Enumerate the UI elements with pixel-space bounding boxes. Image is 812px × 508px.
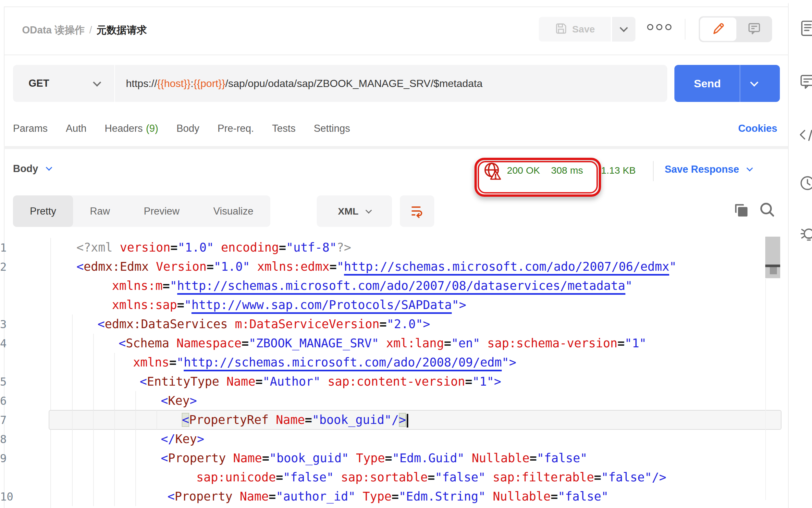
more-dot [647, 24, 653, 30]
indent-guide [72, 468, 73, 487]
url-input[interactable]: https://{{host}}:{{port}}/sap/opu/odata/… [115, 65, 667, 102]
line-number: 5 [0, 375, 6, 388]
indent-guide [93, 429, 94, 449]
save-response-label: Save Response [665, 164, 739, 175]
hint-icon[interactable] [799, 225, 812, 242]
section-separator [4, 146, 788, 149]
indent-guide [114, 391, 115, 410]
response-body-label: Body [13, 163, 38, 175]
code-text: <Property Name="book_guid" Type="Edm.Gui… [161, 451, 587, 465]
header-divider [685, 19, 685, 40]
scrollbar-track [765, 279, 766, 500]
response-view-tabs: PrettyRawPreviewVisualize [13, 196, 270, 227]
annotation-highlight [475, 158, 601, 197]
url-segment: https:// [126, 78, 157, 89]
code-snippet-icon[interactable] [799, 126, 812, 143]
indent-guide [135, 449, 136, 468]
indent-guide [135, 468, 136, 487]
send-options-chevron-icon[interactable] [750, 78, 758, 86]
code-line-9: 9<Property Name="book_guid" Type="Edm.Gu… [0, 449, 788, 468]
indent-guide [93, 353, 94, 372]
save-response-button[interactable]: Save Response [665, 164, 752, 175]
comment-icon[interactable] [799, 73, 812, 90]
code-line-10: 10<Property Name="author_id" Type="Edm.S… [0, 487, 788, 506]
code-text: </Key> [161, 432, 204, 446]
indent-guide [114, 429, 115, 449]
more-actions-button[interactable] [647, 24, 672, 30]
code-text: xmlns:m="http://schemas.microsoft.com/ad… [112, 279, 633, 293]
line-number: 8 [0, 433, 6, 446]
line-number: 3 [0, 318, 6, 331]
code-text: xmlns="http://schemas.microsoft.com/ado/… [133, 355, 516, 369]
line-number: 2 [0, 260, 6, 273]
url-segment: : [190, 78, 193, 89]
indent-guide [135, 410, 136, 429]
copy-button[interactable] [732, 202, 750, 221]
code-text: <PropertyRef Name="book_guid"/> [182, 413, 408, 427]
view-tab-preview[interactable]: Preview [127, 196, 196, 227]
tab-params[interactable]: Params [13, 123, 48, 134]
tab-auth[interactable]: Auth [66, 123, 87, 134]
tab-tests[interactable]: Tests [272, 123, 295, 134]
tab-headers[interactable]: Headers(9) [105, 123, 159, 134]
code-line-8: 8</Key> [0, 429, 788, 449]
code-line-2: 2<edmx:Edmx Version="1.0" xmlns:edmx="ht… [0, 257, 788, 276]
response-toolbar-divider [653, 161, 653, 181]
chevron-down-icon [365, 207, 372, 214]
breadcrumb-border [4, 54, 788, 55]
save-button[interactable]: Save [539, 17, 611, 42]
tab-prereq[interactable]: Pre-req. [218, 123, 254, 134]
indent-guide [72, 410, 73, 429]
view-tab-pretty[interactable]: Pretty [13, 196, 73, 227]
line-number: 7 [0, 414, 6, 427]
url-variable: {{host}} [157, 78, 190, 89]
view-tab-raw[interactable]: Raw [73, 196, 127, 227]
code-text: <?xml version="1.0" encoding="utf-8"?> [76, 241, 351, 254]
indent-guide [72, 429, 73, 449]
history-icon[interactable] [799, 174, 812, 191]
method-select[interactable]: GET [13, 65, 114, 102]
scrollbar-selection-mark [770, 267, 777, 274]
breadcrumb-folder[interactable]: OData 读操作 [22, 24, 85, 36]
response-size[interactable]: 1.13 KB [601, 165, 636, 176]
send-button-label: Send [694, 77, 721, 90]
breadcrumb: OData 读操作/元数据请求 [22, 24, 147, 37]
code-text: xmlns:sap="http://www.sap.com/Protocols/… [112, 298, 466, 312]
code-line-wrap: xmlns="http://schemas.microsoft.com/ado/… [0, 353, 788, 372]
chevron-down-icon [747, 165, 753, 171]
code-line-3: 3<edmx:DataServices m:DataServiceVersion… [0, 314, 788, 334]
indent-guide [93, 334, 94, 353]
code-text: <edmx:Edmx Version="1.0" xmlns:edmx="htt… [76, 260, 676, 273]
response-body-editor[interactable]: 1<?xml version="1.0" encoding="utf-8"?>2… [0, 238, 788, 506]
indent-guide [72, 372, 73, 391]
edit-mode-button[interactable] [700, 17, 736, 41]
save-options-button[interactable] [612, 17, 635, 42]
page-title: 元数据请求 [97, 24, 147, 36]
wrap-lines-button[interactable] [400, 196, 434, 227]
indent-guide [93, 410, 94, 429]
comment-icon [747, 22, 761, 37]
search-icon[interactable] [758, 201, 776, 220]
format-select[interactable]: XML [317, 196, 392, 227]
indent-guide [114, 410, 115, 429]
report-icon[interactable] [799, 19, 812, 36]
headers-count-badge: (9) [146, 123, 159, 134]
indent-guide [135, 391, 136, 410]
docs-mode-button[interactable] [737, 17, 771, 41]
tab-body[interactable]: Body [177, 123, 199, 134]
send-button[interactable]: Send [674, 65, 780, 102]
save-icon [555, 22, 568, 36]
cookies-link[interactable]: Cookies [738, 123, 777, 134]
response-body-select[interactable]: Body [13, 163, 51, 175]
view-tab-visualize[interactable]: Visualize [196, 196, 270, 227]
code-text: sap:unicode="false" sap:sortable="false"… [196, 470, 666, 484]
line-number: 9 [0, 452, 6, 465]
url-text: https://{{host}}:{{port}}/sap/opu/odata/… [126, 78, 483, 90]
active-line-highlight [49, 410, 781, 430]
code-text: <Property Name="author_id" Type="Edm.Str… [168, 490, 608, 503]
indent-guide [72, 391, 73, 410]
breadcrumb-separator: / [85, 24, 97, 36]
tab-settings[interactable]: Settings [314, 123, 350, 134]
code-line-wrap: xmlns:sap="http://www.sap.com/Protocols/… [0, 295, 788, 314]
indent-guide [93, 487, 94, 506]
